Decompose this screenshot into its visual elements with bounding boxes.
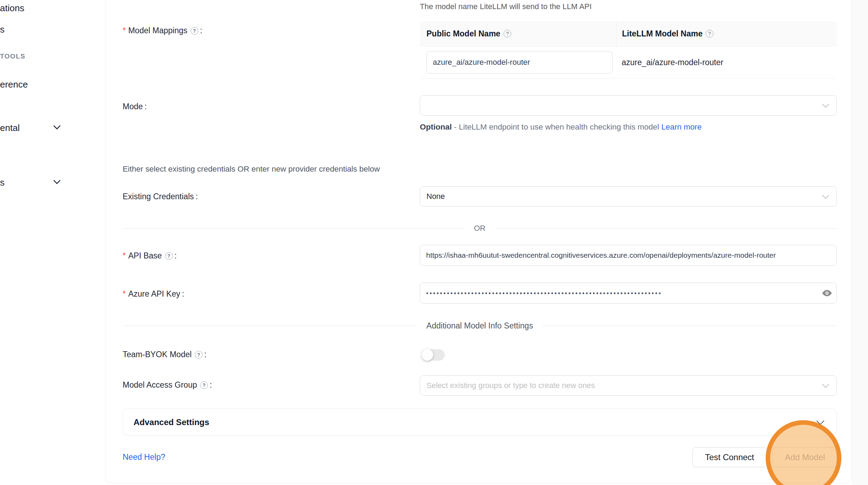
azure-api-key-label: * Azure API Key : [123, 289, 184, 299]
chevron-down-icon [816, 417, 825, 425]
label-text: Team-BYOK Model [123, 350, 192, 359]
team-byok-toggle[interactable] [422, 349, 445, 361]
existing-credentials-select[interactable]: None [420, 186, 837, 207]
divider-text: Additional Model Info Settings [426, 321, 533, 331]
help-body: - LiteLLM endpoint to use when health ch… [452, 123, 661, 131]
advanced-settings-title: Advanced Settings [134, 417, 209, 427]
team-byok-label: Team-BYOK Model ? : [123, 350, 206, 359]
chevron-down-icon [822, 192, 829, 199]
label-text: Existing Credentials [123, 192, 194, 201]
public-model-name-cell [420, 51, 616, 74]
column-header-label: LiteLLM Model Name [622, 29, 703, 39]
or-divider: OR [123, 223, 837, 234]
column-header-litellm-model-name: LiteLLM Model Name ? [616, 21, 837, 46]
column-header-public-model-name: Public Model Name ? [420, 21, 616, 46]
sidebar-item-label: erence [0, 79, 28, 90]
sidebar-item-erence[interactable]: erence [0, 79, 28, 90]
label-text: Azure API Key [128, 289, 180, 299]
table-header-row: Public Model Name ? LiteLLM Model Name ? [420, 21, 837, 46]
credentials-note: Either select existing credentials OR en… [123, 165, 380, 174]
help-circle-icon[interactable]: ? [195, 351, 203, 359]
label-text: Mode [123, 102, 143, 111]
advanced-settings-panel[interactable]: Advanced Settings [123, 409, 837, 436]
select-placeholder: Select existing groups or type to create… [426, 381, 595, 390]
label-colon: : [210, 380, 212, 390]
divider-line [542, 326, 837, 326]
required-asterisk: * [123, 26, 126, 35]
sidebar-item-ental[interactable]: ental [0, 123, 20, 133]
label-colon: : [196, 192, 198, 201]
sidebar-item-s2[interactable]: s [0, 177, 5, 188]
label-colon: : [145, 102, 147, 111]
label-colon: : [204, 350, 206, 359]
sidebar-section-tools: TOOLS [0, 53, 26, 60]
help-circle-icon[interactable]: ? [200, 381, 208, 389]
label-colon: : [175, 251, 177, 261]
column-header-label: Public Model Name [426, 29, 500, 39]
mode-label: Mode : [123, 102, 147, 111]
test-connect-button[interactable]: Test Connect [692, 447, 767, 467]
divider-line [123, 228, 465, 229]
api-base-label: * API Base ? : [123, 251, 177, 261]
add-model-button[interactable]: Add Model [772, 447, 838, 467]
label-text: Model Access Group [123, 380, 197, 390]
required-asterisk: * [123, 289, 126, 299]
chevron-down-icon[interactable] [53, 122, 61, 130]
public-model-name-input[interactable] [426, 51, 613, 74]
help-circle-icon[interactable]: ? [191, 27, 198, 35]
help-circle-icon[interactable]: ? [706, 30, 713, 37]
chevron-down-icon [822, 101, 829, 108]
model-mappings-table: Public Model Name ? LiteLLM Model Name ?… [420, 21, 837, 78]
model-access-group-select[interactable]: Select existing groups or type to create… [420, 375, 837, 396]
required-asterisk: * [123, 251, 126, 261]
eye-icon[interactable] [821, 287, 833, 299]
azure-api-key-input[interactable]: ••••••••••••••••••••••••••••••••••••••••… [420, 283, 837, 304]
label-colon: : [200, 26, 202, 35]
chevron-down-icon [822, 381, 829, 388]
label-text: API Base [128, 251, 162, 261]
label-colon: : [182, 289, 184, 299]
select-value: None [426, 192, 445, 201]
sidebar-item-label: ental [0, 123, 20, 133]
page-background-gutter [852, 0, 868, 485]
existing-credentials-label: Existing Credentials : [123, 192, 198, 201]
toggle-knob [422, 349, 433, 361]
learn-more-link[interactable]: Learn more [661, 123, 702, 131]
masked-password-value: ••••••••••••••••••••••••••••••••••••••••… [426, 289, 821, 297]
help-circle-icon[interactable]: ? [504, 30, 511, 37]
help-circle-icon[interactable]: ? [165, 252, 173, 260]
label-text: Model Mappings [128, 26, 187, 35]
need-help-link[interactable]: Need Help? [123, 452, 165, 462]
litellm-model-name-value: azure_ai/azure-model-router [616, 58, 837, 67]
divider-line [123, 326, 417, 326]
api-base-input[interactable]: https://ishaa-mh6uutut-swedencentral.cog… [420, 245, 837, 266]
mode-help-text: Optional - LiteLLM endpoint to use when … [420, 120, 714, 134]
additional-info-divider: Additional Model Info Settings [123, 320, 837, 331]
divider-text: OR [474, 224, 486, 233]
mode-select[interactable] [420, 95, 837, 116]
model-name-hint: The model name LiteLLM will send to the … [420, 2, 592, 11]
model-mappings-label: * Model Mappings ? : [123, 26, 202, 35]
input-value: https://ishaa-mh6uutut-swedencentral.cog… [426, 251, 776, 259]
table-row: azure_ai/azure-model-router [420, 46, 837, 78]
sidebar-item-ations[interactable]: ations [0, 3, 24, 14]
sidebar-item-label: s [0, 177, 5, 188]
chevron-down-icon[interactable] [53, 177, 61, 184]
divider-line [495, 228, 837, 229]
model-access-group-label: Model Access Group ? : [123, 380, 212, 390]
sidebar-item-s1[interactable]: s [0, 24, 5, 35]
help-bold: Optional [420, 123, 452, 131]
